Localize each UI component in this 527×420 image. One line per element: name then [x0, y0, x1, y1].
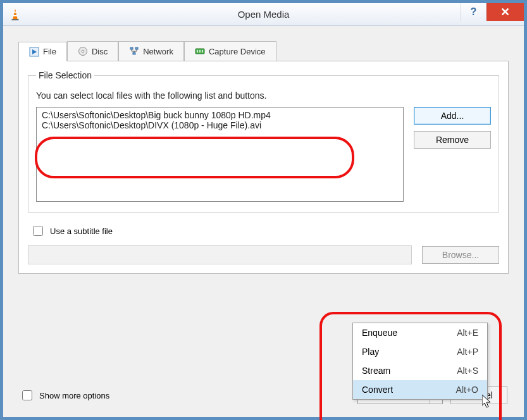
window-title: Open Media: [3, 9, 524, 20]
svg-rect-9: [135, 47, 138, 49]
tab-label: Network: [143, 47, 173, 56]
help-button[interactable]: ?: [461, 3, 486, 21]
open-media-window: Open Media ? ✕ File Disc: [3, 3, 524, 417]
file-list[interactable]: C:\Users\Softonic\Desktop\Big buck bunny…: [36, 107, 404, 202]
svg-rect-13: [199, 50, 201, 52]
subtitle-checkbox-label: Use a subtitle file: [50, 226, 113, 236]
close-button[interactable]: ✕: [486, 3, 524, 21]
subtitle-checkbox[interactable]: [33, 226, 43, 236]
remove-button[interactable]: Remove: [414, 131, 491, 149]
file-selection-legend: File Selection: [36, 70, 94, 80]
svg-rect-1: [13, 11, 17, 13]
capture-icon: [195, 46, 205, 56]
menu-item-enqueue[interactable]: Enqueue Alt+E: [353, 323, 487, 342]
file-selection-group: File Selection You can select local file…: [28, 70, 499, 213]
file-list-item[interactable]: C:\Users\Softonic\Desktop\Big buck bunny…: [42, 110, 398, 120]
menu-item-label: Stream: [362, 366, 390, 376]
svg-rect-3: [12, 19, 19, 20]
svg-rect-14: [202, 50, 203, 52]
menu-item-label: Play: [362, 347, 379, 357]
add-button[interactable]: Add...: [414, 107, 491, 125]
convert-save-menu: Enqueue Alt+E Play Alt+P Stream Alt+S Co…: [352, 323, 488, 400]
svg-rect-12: [197, 50, 198, 52]
tab-label: Disc: [92, 47, 108, 56]
show-more-options-label: Show more options: [39, 391, 109, 400]
titlebar: Open Media ? ✕: [3, 3, 524, 26]
menu-item-convert[interactable]: Convert Alt+O: [353, 380, 487, 399]
tab-label: File: [43, 47, 56, 56]
menu-item-shortcut: Alt+P: [457, 347, 478, 357]
show-more-options-checkbox[interactable]: [22, 390, 32, 400]
tab-bar: File Disc Network: [18, 41, 509, 61]
subtitle-path-input: [28, 245, 412, 264]
file-selection-hint: You can select local files with the foll…: [36, 90, 491, 101]
subtitle-checkbox-row: Use a subtitle file: [30, 224, 499, 238]
svg-marker-0: [13, 8, 17, 19]
tab-label: Capture Device: [209, 47, 266, 56]
window-controls: ? ✕: [461, 3, 524, 25]
svg-rect-8: [130, 47, 133, 49]
play-file-icon: [29, 47, 39, 57]
menu-item-shortcut: Alt+E: [457, 328, 478, 338]
svg-rect-10: [133, 52, 135, 54]
svg-point-7: [82, 50, 84, 52]
network-icon: [129, 46, 139, 56]
menu-item-shortcut: Alt+S: [457, 366, 478, 376]
svg-rect-2: [13, 15, 17, 16]
menu-item-stream[interactable]: Stream Alt+S: [353, 361, 487, 380]
tab-capture-device[interactable]: Capture Device: [184, 41, 276, 61]
tab-page-file: File Selection You can select local file…: [18, 61, 509, 274]
disc-icon: [78, 46, 88, 56]
subtitle-browse-button: Browse...: [422, 246, 499, 264]
tab-disc[interactable]: Disc: [67, 41, 118, 61]
menu-item-label: Convert: [362, 385, 393, 395]
client-area: File Disc Network: [3, 26, 524, 417]
menu-item-shortcut: Alt+O: [456, 385, 478, 395]
vlc-cone-icon: [8, 8, 22, 22]
tab-file[interactable]: File: [18, 42, 67, 61]
menu-item-play[interactable]: Play Alt+P: [353, 342, 487, 361]
file-list-item[interactable]: C:\Users\Softonic\Desktop\DIVX (1080p - …: [42, 120, 398, 130]
tab-network[interactable]: Network: [118, 41, 184, 61]
menu-item-label: Enqueue: [362, 328, 397, 338]
